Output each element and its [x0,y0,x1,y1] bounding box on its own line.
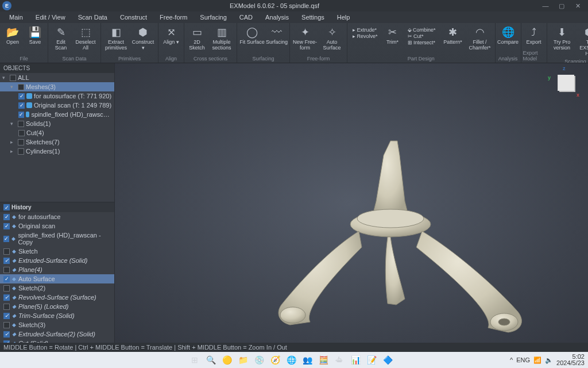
menu-surfacing[interactable]: Surfacing [194,13,232,22]
ribbon-button[interactable]: ✱Pattern* [440,25,466,47]
expand-arrow-icon[interactable]: ▸ [10,148,16,154]
tree-item[interactable]: ✓Cut(4) [0,128,114,137]
visibility-checkbox[interactable]: ✓ [10,75,16,81]
taskbar-app-icon[interactable]: 🔷 [381,354,394,366]
tree-item[interactable]: ✓for autosurface (T: 771 920) [0,91,114,101]
taskbar-app-icon[interactable]: ⛴ [333,354,346,366]
menu-main[interactable]: Main [3,13,29,22]
ribbon-text-button[interactable]: ▸ Revolve* [353,33,378,39]
menu-cad[interactable]: CAD [234,13,258,22]
ribbon-button[interactable]: ⬢To EXScan HX [576,25,588,58]
visibility-checkbox[interactable]: ✓ [18,93,25,99]
history-item[interactable]: ✓◆Plane(4) [0,265,114,274]
menu-edit-view[interactable]: Edit / View [30,13,71,22]
ribbon-text-button[interactable]: ✂ Cut* [408,33,436,39]
ribbon-button[interactable]: 📂Open [2,25,24,47]
tray-clock[interactable]: 5:02 2024/5/23 [556,354,585,366]
tree-item[interactable]: ▸✓Cylinders(1) [0,147,114,156]
menu-help[interactable]: Help [331,13,356,22]
history-checkbox[interactable]: ✓ [3,331,10,338]
ribbon-text-button[interactable]: ▸ Extrude* [353,27,378,33]
tray-network-icon[interactable]: 📶 [533,356,541,364]
ribbon-button[interactable]: ✧Auto Surface [319,25,345,52]
expand-arrow-icon[interactable]: ▾ [10,121,16,126]
ribbon-button[interactable]: ◯Fit Surface [239,25,265,47]
ribbon-button[interactable]: ◠Fillet / Chamfer* [467,25,493,52]
history-checkbox[interactable]: ✓ [3,294,10,301]
history-item[interactable]: ✓◆Revolved-Surface (Surface) [0,293,114,302]
minimize-button[interactable]: — [537,1,554,11]
tree-item[interactable]: ✓spindle_fixed (HD)_rawscan - Copy (T: 9… [0,110,114,119]
ribbon-button[interactable]: ⬚Deselect All [72,25,99,52]
history-item[interactable]: ✓◆Extruded-Surface (Solid) [0,256,114,265]
history-checkbox[interactable]: ✓ [3,236,9,242]
history-item[interactable]: ✓◆Extruded-Surface(2) (Solid) [0,329,114,339]
visibility-checkbox[interactable]: ✓ [18,84,24,90]
menu-scan-data[interactable]: Scan Data [72,13,113,22]
history-checkbox[interactable]: ✓ [3,223,10,229]
history-item[interactable]: ✓◆Trim-Surface (Solid) [0,311,114,320]
ribbon-button[interactable]: ✂Trim* [382,25,404,47]
taskbar-app-icon[interactable]: 🟡 [220,354,233,366]
history-item[interactable]: ✓◆Sketch(3) [0,320,114,329]
history-checkbox[interactable]: ✓ [3,248,10,255]
ribbon-button[interactable]: 🌐Compare [497,25,519,47]
maximize-button[interactable]: ▢ [554,1,570,11]
tree-item[interactable]: ✓Original scan (T: 1 249 789) [0,101,114,110]
taskbar-app-icon[interactable]: 🌐 [285,354,297,366]
tree-item[interactable]: ▾✓ALL [0,73,114,82]
taskbar-app-icon[interactable]: 📝 [365,354,378,366]
taskbar-app-icon[interactable]: 👥 [301,354,314,366]
history-checkbox[interactable]: ✓ [3,276,10,282]
tree-item[interactable]: ▾✓Meshes(3) [0,82,114,91]
ribbon-text-button[interactable]: ⊞ Intersect* [408,40,436,45]
history-item[interactable]: ✓◆Cut (Solid) [0,339,114,343]
history-checkbox[interactable]: ✓ [3,304,10,310]
ribbon-button[interactable]: 💾Save [24,25,46,47]
history-checkbox-icon[interactable]: ✓ [3,204,10,210]
ribbon-button[interactable]: ▭2D Sketch [186,25,208,52]
ribbon-button[interactable]: ⬇Try Pro version [549,25,575,52]
expand-arrow-icon[interactable]: ▸ [10,139,16,145]
menu-settings[interactable]: Settings [296,13,330,22]
history-item[interactable]: ✓◆Plane(5) (Locked) [0,302,114,311]
expand-arrow-icon[interactable]: ▾ [2,75,8,80]
taskbar-app-icon[interactable]: 📁 [237,354,249,366]
menu-free-form[interactable]: Free-form [154,13,193,22]
history-item[interactable]: ✓◆spindle_fixed (HD)_rawscan - Copy [0,231,114,247]
history-checkbox[interactable]: ✓ [3,258,10,264]
ribbon-button[interactable]: ⬢Construct ▾ [130,25,156,52]
tray-lang[interactable]: ENG [516,356,530,363]
ribbon-button[interactable]: ⤴Export [523,25,545,47]
visibility-checkbox[interactable]: ✓ [18,148,24,155]
orientation-gizmo[interactable]: z y x [550,67,582,99]
ribbon-button[interactable]: ✦New Free-form [292,25,318,52]
history-item[interactable]: ✓◆Sketch [0,247,114,256]
history-item[interactable]: ✓◆Auto Surface [0,274,114,283]
history-item[interactable]: ✓◆for autosurface [0,212,114,221]
tray-volume-icon[interactable]: 🔈 [545,356,553,364]
taskbar-app-icon[interactable]: 🧮 [317,354,330,366]
ribbon-button[interactable]: ▥Multiple sections [208,25,235,52]
ribbon-text-button[interactable]: ⬙ Combine* [408,27,436,33]
visibility-checkbox[interactable]: ✓ [18,102,25,109]
visibility-checkbox[interactable]: ✓ [18,139,24,145]
tree-item[interactable]: ▾✓Solids(1) [0,119,114,128]
tree-item[interactable]: ▸✓Sketches(7) [0,137,114,147]
menu-construct[interactable]: Construct [114,13,153,22]
ribbon-button[interactable]: ◧Extract primitives [103,25,129,52]
history-checkbox[interactable]: ✓ [3,322,10,328]
history-checkbox[interactable]: ✓ [3,313,10,319]
menu-analysis[interactable]: Analysis [260,13,295,22]
history-list[interactable]: ✓◆for autosurface✓◆Original scan✓◆spindl… [0,212,114,343]
taskbar-app-icon[interactable]: 📊 [349,354,362,366]
taskbar-app-icon[interactable]: ⊞ [188,354,201,366]
viewport[interactable]: z y x [115,63,588,343]
history-checkbox[interactable]: ✓ [3,267,10,273]
close-button[interactable]: ✕ [570,1,586,11]
visibility-checkbox[interactable]: ✓ [18,112,24,118]
ribbon-button[interactable]: ⤧Align ▾ [160,25,182,47]
taskbar-app-icon[interactable]: 🧭 [269,354,281,366]
history-item[interactable]: ✓◆Sketch(2) [0,283,114,293]
taskbar-app-icon[interactable]: 💿 [253,354,265,366]
